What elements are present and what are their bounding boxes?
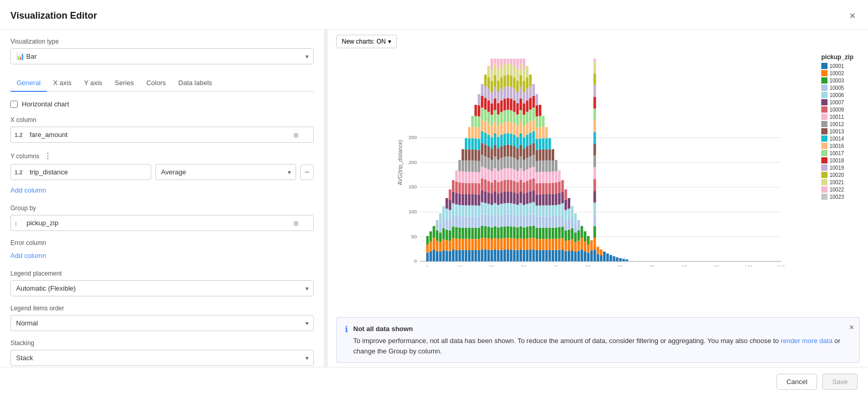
bar-segment [529,250,532,261]
bar-segment [552,216,554,228]
stacking-select[interactable]: Stack [10,350,314,366]
bar-segment [552,239,554,250]
bar-segment [549,194,551,206]
bar-segment [523,103,525,115]
tab-colors[interactable]: Colors [140,75,172,92]
bar-segment [452,215,455,226]
chart-legend: pickup_zip 10001100021000310005100061000… [821,53,863,201]
y-add-column-button[interactable]: Add column [10,184,46,196]
bar-segment [558,216,560,227]
bar-segment [506,87,509,98]
bar-segment [510,203,512,215]
y-columns-menu-icon[interactable]: ⋮ [44,151,52,161]
legend-color-swatch [821,157,827,163]
bar-segment [536,128,538,139]
bar-segment [484,145,487,156]
bar-segment [532,131,535,143]
bar-segment [484,250,487,261]
close-button[interactable]: × [847,8,858,23]
bar-segment [497,227,500,239]
bar-segment [536,206,538,216]
warning-close-button[interactable]: × [849,323,854,332]
bar-segment [593,167,596,179]
bar-segment [549,206,551,217]
bar-segment [471,127,474,139]
viz-type-select[interactable]: 📊 Bar [10,48,314,64]
y-columns-label: Y columns [10,153,39,160]
bar-segment [465,206,468,217]
cancel-button[interactable]: Cancel [777,374,817,390]
bar-segment [468,183,471,195]
legend-items-order-select[interactable]: Normal [10,315,314,331]
bar-segment [593,202,596,214]
bar-segment [442,206,445,217]
bar-segment [490,148,493,160]
bar-segment [536,139,538,149]
bar-segment [484,238,487,249]
tab-x-axis[interactable]: X axis [47,75,77,92]
legend-item: 10001 [821,63,863,69]
bar-segment [449,220,451,230]
x-column-clear-button[interactable]: ⊗ [293,131,299,139]
legend-item: 10011 [821,114,863,120]
bar-segment [519,250,522,261]
bar-segment [593,108,596,120]
bar-segment [552,183,554,194]
tab-data-labels[interactable]: Data labels [172,75,218,92]
x-column-select[interactable]: fare_amount [10,127,314,143]
bar-segment [506,180,509,191]
bar-segment [433,238,435,250]
render-more-link[interactable]: render more data [781,337,833,345]
group-by-select[interactable]: pickup_zip [10,215,314,231]
bar-segment [516,115,519,126]
bar-segment [468,149,471,161]
bar-segment [513,181,516,192]
bar-segment [506,63,509,75]
bar-segment [490,239,493,250]
horizontal-chart-label: Horizontal chart [22,100,69,108]
bar-segment [545,183,548,195]
legend-item: 10022 [821,186,863,193]
y-column-row: trip_distance 1.2 Average − [10,164,314,180]
bar-segment [523,81,525,92]
legend-item-label: 10012 [830,121,844,127]
bar-segment [487,89,490,100]
bar-segment [436,251,438,262]
bar-segment [581,238,583,250]
bar-segment [452,192,455,203]
bar-segment [494,59,497,63]
bar-segment [506,75,509,86]
bar-segment [510,133,512,145]
bar-segment [555,171,557,183]
tab-general[interactable]: General [10,75,47,92]
bar-segment [465,149,468,161]
bar-segment [439,233,442,242]
bar-segment [497,80,500,92]
legend-item-label: 10013 [830,129,844,134]
y-column-agg-select[interactable]: Average [155,164,296,180]
y-column-select[interactable]: trip_distance [10,164,151,180]
bar-segment [426,236,429,244]
tab-series[interactable]: Series [109,75,140,92]
horizontal-chart-checkbox[interactable] [10,101,18,108]
bar-segment [516,250,519,262]
tab-y-axis[interactable]: Y axis [78,75,109,92]
bar-segment [542,194,544,206]
legend-item: 10005 [821,85,863,91]
bar-segment [536,94,538,105]
bar-segment [574,223,577,233]
bar-segment [487,215,490,227]
error-add-column-button[interactable]: Add column [10,250,46,262]
save-button[interactable]: Save [822,374,858,390]
new-charts-toggle[interactable]: New charts: ON ▾ [336,35,397,48]
bar-segment [487,169,490,181]
bar-segment [468,216,471,228]
bar-segment [616,257,619,262]
bar-segment [458,205,461,216]
bar-segment [468,228,471,239]
bar-segment [593,97,596,109]
y-column-remove-button[interactable]: − [300,165,314,180]
legend-placement-select[interactable]: Automatic (Flexible) [10,280,314,296]
group-by-clear-button[interactable]: ⊗ [293,219,299,227]
bar-segment [549,138,551,149]
